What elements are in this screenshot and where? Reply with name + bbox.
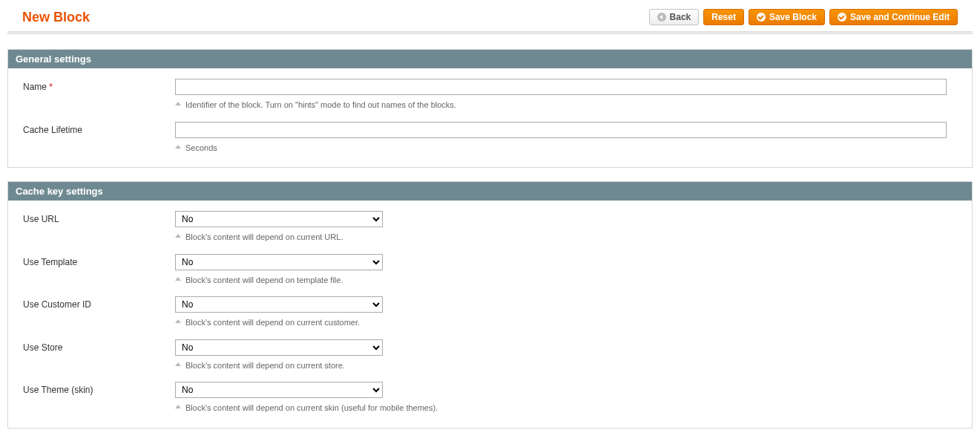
hint-arrow-icon: [175, 102, 181, 105]
save-continue-button-label: Save and Continue Edit: [850, 12, 950, 22]
check-icon: [757, 13, 766, 22]
name-input[interactable]: [175, 79, 947, 95]
section-header-cache-key: Cache key settings: [8, 182, 972, 201]
use-store-hint: Block's content will depend on current s…: [175, 359, 472, 372]
cache-lifetime-label: Cache Lifetime: [23, 122, 175, 135]
name-hint: Identifier of the block. Turn on "hints"…: [175, 99, 472, 111]
use-customer-id-hint: Block's content will depend on current c…: [175, 316, 472, 329]
use-template-hint: Block's content will depend on template …: [175, 274, 472, 287]
use-url-hint-text: Block's content will depend on current U…: [185, 231, 343, 244]
use-customer-id-hint-text: Block's content will depend on current c…: [185, 316, 360, 329]
field-use-template: Use Template NoYes Block's content will …: [23, 254, 957, 287]
use-store-hint-text: Block's content will depend on current s…: [185, 359, 345, 372]
reset-button[interactable]: Reset: [703, 9, 744, 25]
cache-lifetime-hint-text: Seconds: [185, 142, 217, 154]
header-divider: [7, 31, 973, 34]
use-theme-select[interactable]: NoYes: [175, 382, 383, 398]
required-asterisk: *: [49, 82, 53, 92]
field-use-url: Use URL NoYes Block's content will depen…: [23, 211, 957, 244]
name-label: Name *: [23, 79, 175, 92]
section-body-general: Name * Identifier of the block. Turn on …: [8, 68, 972, 167]
back-icon: [657, 13, 666, 22]
action-button-bar: Back Reset Save Block Save and Continue …: [649, 9, 958, 25]
use-url-hint: Block's content will depend on current U…: [175, 231, 472, 244]
hint-arrow-icon: [175, 234, 181, 238]
section-header-general: General settings: [8, 50, 972, 68]
page-title: New Block: [22, 10, 90, 25]
field-use-customer-id: Use Customer ID NoYes Block's content wi…: [23, 296, 957, 329]
use-url-select[interactable]: NoYes: [175, 211, 383, 227]
back-button-label: Back: [670, 12, 691, 22]
name-label-text: Name: [23, 82, 47, 92]
cache-lifetime-input[interactable]: [175, 122, 947, 138]
use-template-label: Use Template: [23, 254, 175, 267]
section-body-cache-key: Use URL NoYes Block's content will depen…: [8, 201, 972, 428]
use-store-label: Use Store: [23, 339, 175, 353]
save-continue-button[interactable]: Save and Continue Edit: [829, 9, 958, 25]
use-url-label: Use URL: [23, 211, 175, 224]
use-customer-id-label: Use Customer ID: [23, 296, 175, 310]
use-theme-hint: Block's content will depend on current s…: [175, 402, 472, 414]
use-template-hint-text: Block's content will depend on template …: [185, 274, 343, 287]
use-theme-hint-text: Block's content will depend on current s…: [185, 402, 438, 414]
field-use-theme: Use Theme (skin) NoYes Block's content w…: [23, 382, 957, 414]
use-theme-label: Use Theme (skin): [23, 382, 175, 395]
use-customer-id-select[interactable]: NoYes: [175, 296, 383, 313]
section-general-settings: General settings Name * Identifier of th…: [7, 49, 973, 168]
back-button[interactable]: Back: [649, 9, 700, 25]
use-template-select[interactable]: NoYes: [175, 254, 383, 270]
use-store-select[interactable]: NoYes: [175, 339, 383, 356]
hint-arrow-icon: [175, 319, 181, 323]
hint-arrow-icon: [175, 277, 181, 281]
check-icon: [838, 13, 846, 22]
cache-lifetime-hint: Seconds: [175, 142, 472, 154]
name-hint-text: Identifier of the block. Turn on "hints"…: [185, 99, 456, 111]
page-header: New Block Back Reset Save Block Save and…: [7, 6, 973, 31]
save-button[interactable]: Save Block: [749, 9, 825, 25]
hint-arrow-icon: [175, 145, 181, 149]
save-button-label: Save Block: [769, 12, 817, 22]
hint-arrow-icon: [175, 405, 181, 408]
field-use-store: Use Store NoYes Block's content will dep…: [23, 339, 957, 372]
reset-button-label: Reset: [711, 12, 736, 22]
section-cache-key-settings: Cache key settings Use URL NoYes Block's…: [7, 181, 973, 429]
hint-arrow-icon: [175, 362, 181, 366]
field-name: Name * Identifier of the block. Turn on …: [23, 79, 957, 111]
field-cache-lifetime: Cache Lifetime Seconds: [23, 122, 957, 154]
